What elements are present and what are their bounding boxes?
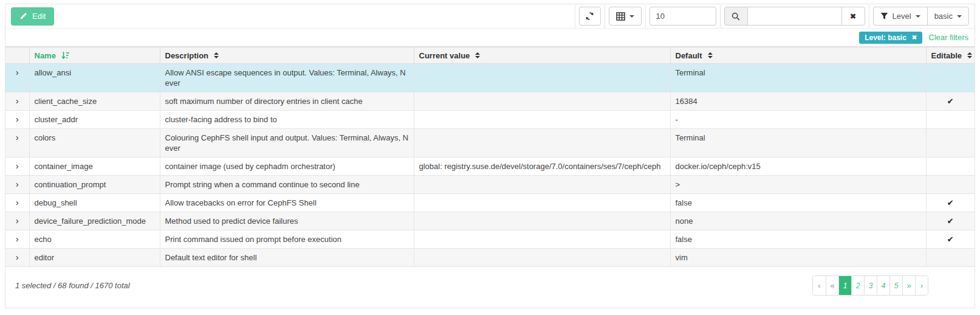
level-filter-chip[interactable]: Level: basic ✖ xyxy=(859,32,922,44)
table-grid-icon xyxy=(616,12,625,21)
active-filters-row: Level: basic ✖ Clear filters xyxy=(5,29,975,47)
default-cell: none xyxy=(670,212,926,230)
expand-cell: › xyxy=(5,212,29,230)
refresh-button[interactable] xyxy=(579,7,601,26)
column-header-editable[interactable]: Editable xyxy=(926,47,975,64)
expand-cell: › xyxy=(5,92,29,111)
page-size-input[interactable] xyxy=(649,7,716,26)
expand-chevron-icon[interactable]: › xyxy=(16,133,19,142)
page-button-4[interactable]: 4 xyxy=(877,276,889,295)
name-cell: colors xyxy=(29,129,160,158)
level-value-dropdown-button[interactable]: basic xyxy=(927,7,969,26)
toolbar-divider xyxy=(575,5,575,28)
current-value-cell xyxy=(414,212,670,230)
expand-cell: › xyxy=(5,111,29,129)
name-cell: container_image xyxy=(29,158,160,176)
page-button-3[interactable]: 3 xyxy=(864,276,877,295)
expand-chevron-icon[interactable]: › xyxy=(16,68,19,77)
remove-filter-icon[interactable]: ✖ xyxy=(912,34,917,41)
editable-cell: ✔ xyxy=(926,194,975,212)
description-cell: Method used to predict device failures xyxy=(160,212,414,230)
table-body: › allow_ansi Allow ANSI escape sequences… xyxy=(5,64,975,267)
filter-funnel-icon xyxy=(880,12,888,20)
name-cell: continuation_prompt xyxy=(29,176,160,194)
toolbar-divider xyxy=(869,5,869,28)
column-header-name[interactable]: Name xyxy=(29,47,160,64)
column-header-description[interactable]: Description xyxy=(160,47,414,64)
clear-search-button[interactable]: ✖ xyxy=(841,7,865,26)
description-cell: Allow ANSI escape sequences in output. V… xyxy=(160,64,414,92)
page-last-button[interactable]: » xyxy=(902,276,915,295)
editable-cell: ✔ xyxy=(926,92,975,111)
table-row[interactable]: › continuation_prompt Prompt string when… xyxy=(5,176,975,194)
level-filter-group: Level basic xyxy=(873,7,969,26)
description-cell: soft maximum number of directory entries… xyxy=(160,92,414,111)
table-row[interactable]: › debug_shell Allow tracebacks on error … xyxy=(5,194,975,212)
default-cell: Terminal xyxy=(670,129,926,158)
level-dropdown-label: Level xyxy=(893,12,911,21)
table-row[interactable]: › device_failure_prediction_mode Method … xyxy=(5,212,975,230)
default-cell: Terminal xyxy=(670,64,926,92)
chevron-down-icon xyxy=(916,15,920,18)
page-button-1[interactable]: 1 xyxy=(838,276,851,295)
description-cell: Colouring CephFS shell input and output.… xyxy=(160,129,414,158)
editable-cell xyxy=(926,129,975,158)
current-value-cell xyxy=(414,249,670,267)
column-header-current-value[interactable]: Current value xyxy=(414,47,670,64)
edit-button[interactable]: Edit xyxy=(11,7,54,26)
search-input[interactable] xyxy=(748,7,842,26)
column-header-default-label: Default xyxy=(676,51,702,60)
name-cell: echo xyxy=(29,230,160,249)
default-cell: false xyxy=(670,194,926,212)
default-cell: vim xyxy=(670,249,926,267)
table-row[interactable]: › cluster_addr cluster-facing address to… xyxy=(5,111,975,129)
expand-chevron-icon[interactable]: › xyxy=(16,216,19,225)
column-header-editable-label: Editable xyxy=(931,51,962,60)
expand-chevron-icon[interactable]: › xyxy=(16,96,19,105)
name-cell: editor xyxy=(29,249,160,267)
default-cell: > xyxy=(670,176,926,194)
page-button-5[interactable]: 5 xyxy=(889,276,902,295)
expand-chevron-icon[interactable]: › xyxy=(16,198,19,207)
current-value-cell xyxy=(414,176,670,194)
expand-cell: › xyxy=(5,249,29,267)
editable-cell xyxy=(926,111,975,129)
expand-cell: › xyxy=(5,194,29,212)
table-footer: 1 selected / 68 found / 1670 total ‹«123… xyxy=(5,267,975,308)
expand-chevron-icon[interactable]: › xyxy=(16,252,19,261)
selection-summary: 1 selected / 68 found / 1670 total xyxy=(15,281,130,290)
config-options-table: Name De xyxy=(5,47,975,267)
chevron-down-icon xyxy=(629,15,634,18)
expand-chevron-icon[interactable]: › xyxy=(16,161,19,170)
name-cell: device_failure_prediction_mode xyxy=(29,212,160,230)
current-value-cell xyxy=(414,111,670,129)
refresh-icon xyxy=(585,12,594,21)
sort-icon xyxy=(214,52,219,58)
current-value-cell xyxy=(414,194,670,212)
editable-cell xyxy=(926,64,975,92)
page-next-button[interactable]: › xyxy=(915,276,928,295)
column-visibility-button[interactable] xyxy=(609,7,642,26)
table-header-row: Name De xyxy=(5,47,975,64)
description-cell: Print command issued on prompt before ex… xyxy=(160,230,414,249)
table-row[interactable]: › echo Print command issued on prompt be… xyxy=(5,230,975,249)
current-value-cell xyxy=(414,64,670,92)
current-value-cell: global: registry.suse.de/devel/storage/7… xyxy=(414,158,670,176)
editable-cell: ✔ xyxy=(926,212,975,230)
column-header-default[interactable]: Default xyxy=(670,47,926,64)
clear-filters-link[interactable]: Clear filters xyxy=(928,33,968,42)
expand-chevron-icon[interactable]: › xyxy=(16,114,19,123)
table-row[interactable]: › container_image container image (used … xyxy=(5,158,975,176)
page-button-2[interactable]: 2 xyxy=(851,276,864,295)
expand-chevron-icon[interactable]: › xyxy=(16,179,19,189)
table-row[interactable]: › colors Colouring CephFS shell input an… xyxy=(5,129,975,158)
editable-cell xyxy=(926,249,975,267)
toolbar-right-group: ✖ Level basic xyxy=(571,5,969,28)
expand-cell: › xyxy=(5,230,29,249)
level-dropdown-button[interactable]: Level xyxy=(873,7,928,26)
sort-amount-icon xyxy=(61,51,70,60)
table-row[interactable]: › client_cache_size soft maximum number … xyxy=(5,92,975,111)
table-row[interactable]: › allow_ansi Allow ANSI escape sequences… xyxy=(5,64,975,92)
table-row[interactable]: › editor Default text editor for shell v… xyxy=(5,249,975,267)
expand-chevron-icon[interactable]: › xyxy=(16,234,19,243)
